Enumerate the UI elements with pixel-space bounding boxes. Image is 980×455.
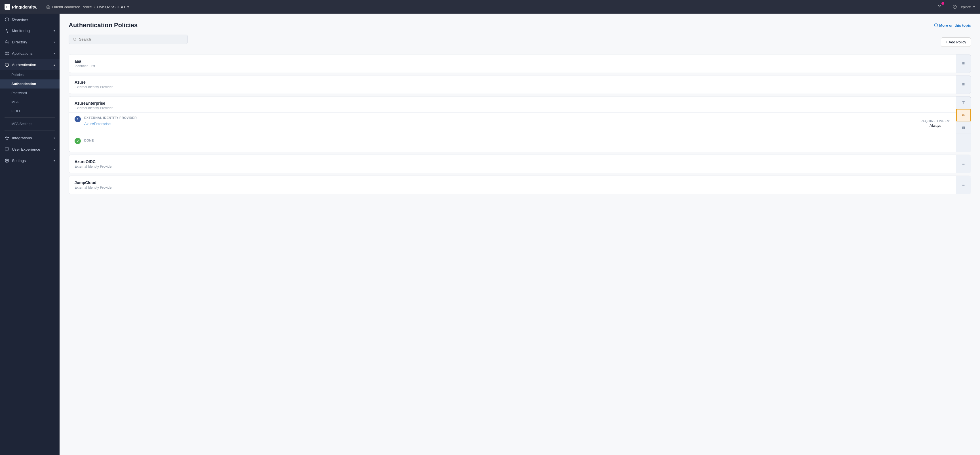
svg-rect-6	[7, 54, 8, 55]
policy-actions-azure-enterprise: ⊤ ✏ 🗑	[956, 97, 970, 152]
policy-actions-azure: ≡	[956, 75, 970, 94]
ping-logo: P PingIdentity.	[5, 4, 37, 10]
policy-name-aaa: aaa	[75, 59, 950, 64]
filter-icon-azure: ≡	[962, 82, 965, 87]
policy-name-azure-enterprise: AzureEnterprise	[75, 101, 950, 105]
integrations-chevron-icon: ▾	[54, 137, 55, 140]
breadcrumb-sep: ›	[94, 5, 95, 9]
done-label: DONE	[84, 139, 94, 142]
sidebar-item-authentication[interactable]: Authentication ▴	[0, 59, 60, 70]
policy-menu-button-jumpcloud[interactable]: ≡	[956, 176, 970, 194]
search-bar[interactable]	[68, 35, 188, 44]
sidebar-label-authentication: Authentication	[12, 63, 36, 67]
sidebar-item-integrations[interactable]: Integrations ▾	[0, 132, 60, 143]
step-content: EXTERNAL IDENTITY PROVIDER AzureEnterpri…	[84, 116, 950, 128]
policy-item-azure: Azure External Identity Provider ≡	[68, 75, 971, 94]
sidebar-subitem-fido[interactable]: FIDO	[0, 107, 60, 116]
top-bar: P PingIdentity. FluentCommerce_7cd85 › O…	[0, 0, 980, 14]
policy-menu-button-azure[interactable]: ≡	[956, 75, 970, 94]
flow-step-1: 1 EXTERNAL IDENTITY PROVIDER AzureEnterp…	[75, 116, 950, 128]
page-title-row: Authentication Policies More on this top…	[68, 22, 971, 29]
policy-expand-button[interactable]: ⊤	[956, 97, 970, 109]
sidebar-item-overview[interactable]: Overview	[0, 14, 60, 25]
policy-menu-button-azure-oidc[interactable]: ≡	[956, 155, 970, 173]
authentication-icon	[5, 62, 9, 67]
sidebar-item-user-experience[interactable]: User Experience ▾	[0, 143, 60, 155]
sidebar-label-settings: Settings	[12, 159, 26, 163]
sidebar-subitem-mfa[interactable]: MFA	[0, 97, 60, 107]
ux-chevron-icon: ▾	[54, 148, 55, 151]
breadcrumb-home[interactable]: FluentCommerce_7cd85	[52, 5, 92, 9]
sidebar-subitem-policies[interactable]: Policies	[0, 70, 60, 80]
brand-name: PingIdentity.	[12, 5, 37, 10]
policy-content-aaa[interactable]: aaa Identifier First	[69, 54, 956, 73]
policy-name-jumpcloud: JumpCloud	[75, 180, 950, 185]
settings-chevron-icon: ▾	[54, 159, 55, 162]
help-badge	[942, 2, 944, 5]
policy-content-azure[interactable]: Azure External Identity Provider	[69, 75, 956, 94]
add-policy-button[interactable]: + Add Policy	[941, 37, 971, 47]
expand-icon: ⊤	[962, 100, 965, 105]
svg-rect-4	[7, 52, 8, 53]
policy-type-jumpcloud: External Identity Provider	[75, 186, 950, 189]
policy-content-jumpcloud[interactable]: JumpCloud External Identity Provider	[69, 176, 956, 194]
logo-letter: P	[6, 5, 8, 8]
authentication-chevron-icon: ▴	[54, 63, 55, 66]
main-content: Authentication Policies More on this top…	[60, 14, 980, 455]
svg-point-11	[6, 160, 7, 161]
policy-type-azure-oidc: External Identity Provider	[75, 164, 950, 169]
required-section: REQUIRED WHEN: Always	[920, 119, 950, 128]
more-on-topic-link[interactable]: More on this topic	[934, 23, 971, 27]
monitoring-icon	[5, 29, 9, 33]
help-button[interactable]: ?	[935, 3, 943, 11]
step-label-1: EXTERNAL IDENTITY PROVIDER	[84, 116, 950, 119]
applications-icon	[5, 51, 9, 56]
policy-actions-azure-oidc: ≡	[956, 155, 970, 173]
sidebar-item-directory[interactable]: Directory ▾	[0, 36, 60, 48]
policy-content-azure-oidc[interactable]: AzureOIDC External Identity Provider	[69, 155, 956, 173]
sidebar-label-integrations: Integrations	[12, 136, 32, 140]
main-layout: Overview Monitoring ▾ Directory ▾ Applic…	[0, 14, 980, 455]
policy-content-azure-enterprise[interactable]: AzureEnterprise External Identity Provid…	[69, 97, 956, 112]
password-label: Password	[11, 91, 27, 95]
svg-point-1	[5, 18, 9, 21]
policy-edit-button[interactable]: ✏	[956, 109, 970, 121]
required-when-label: REQUIRED WHEN:	[920, 119, 950, 123]
policy-flow-azure-enterprise: 1 EXTERNAL IDENTITY PROVIDER AzureEnterp…	[69, 112, 956, 152]
edit-icon: ✏	[962, 113, 965, 118]
search-input[interactable]	[79, 37, 183, 41]
breadcrumb-chevron-icon: ▼	[127, 5, 130, 8]
policy-name-azure-oidc: AzureOIDC	[75, 159, 950, 164]
divider	[948, 4, 948, 10]
logo-box: P	[5, 4, 10, 10]
policy-delete-button[interactable]: 🗑	[956, 121, 970, 134]
svg-line-16	[75, 40, 76, 41]
sidebar-subitem-password[interactable]: Password	[0, 89, 60, 97]
sidebar-subitem-authentication[interactable]: Authentication	[0, 80, 60, 89]
policy-item-azure-oidc: AzureOIDC External Identity Provider ≡	[68, 154, 971, 173]
sidebar-label-monitoring: Monitoring	[12, 29, 30, 33]
ux-icon	[5, 147, 9, 151]
info-icon	[934, 23, 938, 27]
circle-icon	[5, 17, 9, 22]
breadcrumb-current[interactable]: OMSQASSOEXT ▼	[97, 5, 130, 9]
policy-name-azure: Azure	[75, 80, 950, 84]
step-value-1[interactable]: AzureEnterprise	[84, 122, 111, 126]
integrations-icon	[5, 135, 9, 140]
policy-type-azure-enterprise: External Identity Provider	[75, 106, 950, 110]
sidebar-item-applications[interactable]: Applications ▾	[0, 48, 60, 59]
sidebar-label-applications: Applications	[12, 51, 33, 56]
sidebar-item-monitoring[interactable]: Monitoring ▾	[0, 25, 60, 36]
sidebar-item-settings[interactable]: Settings ▾	[0, 155, 60, 166]
svg-point-2	[6, 40, 7, 42]
done-badge: ✓	[75, 138, 81, 144]
policy-menu-button-aaa[interactable]: ≡	[956, 54, 970, 73]
policy-type-aaa: Identifier First	[75, 64, 950, 68]
policy-expanded-body: AzureEnterprise External Identity Provid…	[69, 97, 956, 152]
explore-button[interactable]: Explore ▼	[953, 5, 975, 9]
fido-label: FIDO	[11, 109, 20, 113]
sidebar-subitem-mfa-settings[interactable]: MFA Settings	[0, 119, 60, 129]
page-title: Authentication Policies	[68, 22, 138, 29]
mfa-label: MFA	[11, 100, 19, 104]
required-when-value: Always	[920, 123, 950, 128]
